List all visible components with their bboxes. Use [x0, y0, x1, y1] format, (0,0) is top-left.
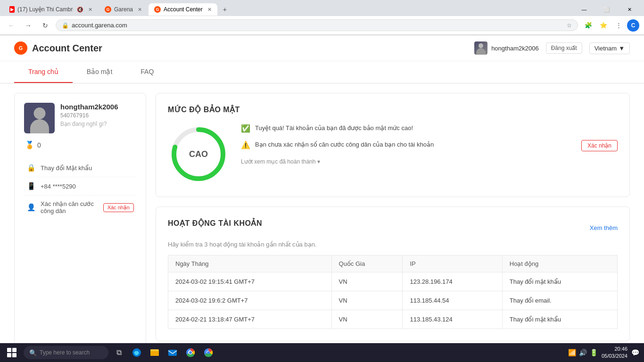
- tab-garena[interactable]: G Garena ✕: [99, 3, 148, 16]
- page: G Account Center hongtham2k2006 Đăng xuấ…: [0, 35, 644, 360]
- new-tab-button[interactable]: +: [218, 3, 231, 16]
- profile-id: 540767916: [60, 112, 136, 119]
- tab-youtube-close[interactable]: ✕: [88, 7, 92, 13]
- network-icon[interactable]: 📶: [568, 349, 576, 356]
- mute-icon[interactable]: 🔇: [77, 7, 83, 13]
- tab-garena-close[interactable]: ✕: [138, 7, 142, 13]
- cell-action: Thay đổi mật khẩu: [502, 310, 617, 329]
- security-verify-button[interactable]: Xác nhận: [581, 140, 618, 151]
- extensions-icon[interactable]: 🧩: [582, 19, 595, 32]
- verify-id-label: Xác nhận căn cước công dân: [41, 200, 99, 214]
- verify-id-badge[interactable]: Xác nhận: [103, 203, 134, 212]
- volume-icon[interactable]: 🔊: [579, 349, 587, 356]
- table-row: 2024-03-02 19:15:41 GMT+7 VN 123.28.196.…: [168, 272, 618, 291]
- tab-youtube[interactable]: ▶ (17) Luyện Thi Cambridge k 🔇 ✕: [4, 3, 98, 16]
- cell-action: Thay đổi email.: [502, 291, 617, 310]
- system-icons: 📶 🔊 🔋: [568, 349, 598, 356]
- lock-menu-icon: 🔒: [26, 164, 36, 172]
- taskbar-icons: ⧉: [108, 344, 219, 361]
- svg-rect-6: [150, 351, 159, 356]
- close-button[interactable]: ✕: [619, 3, 640, 16]
- toolbar-icons: 🧩 ⭐ ⋮ C: [582, 19, 639, 32]
- taskbar: 🔍 Type here to search ⧉: [0, 343, 644, 362]
- task-view-button[interactable]: ⧉: [110, 344, 127, 361]
- browser-profile-icon[interactable]: C: [627, 19, 639, 32]
- profile-status: Bạn đang nghĩ gì?: [60, 121, 136, 127]
- battery-icon[interactable]: 🔋: [590, 349, 598, 356]
- svg-point-15: [207, 351, 210, 354]
- chrome-icon[interactable]: [182, 344, 199, 361]
- activity-header: HOẠT ĐỘNG TÀI KHOẢN Xem thêm: [168, 219, 618, 237]
- coin-count: 0: [37, 141, 41, 149]
- menu-verify-id[interactable]: 👤 Xác nhận căn cước công dân Xác nhận: [24, 196, 136, 219]
- tab-faq[interactable]: FAQ: [126, 61, 168, 83]
- notification-icon[interactable]: 💬: [631, 349, 639, 356]
- explorer-icon[interactable]: [146, 344, 163, 361]
- logout-button[interactable]: Đăng xuất: [546, 42, 582, 54]
- security-gauge: CAO: [168, 123, 229, 185]
- svg-text:G: G: [19, 45, 23, 51]
- garena-logo: G: [14, 41, 27, 55]
- svg-rect-8: [168, 350, 177, 356]
- cell-country: VN: [331, 272, 403, 291]
- tab-home[interactable]: Trang chủ: [14, 61, 73, 83]
- lock-icon: 🔒: [62, 22, 69, 29]
- phone-menu-icon: 📱: [26, 182, 36, 190]
- back-button[interactable]: ←: [5, 19, 18, 32]
- taskbar-search-text: Type here to search: [40, 349, 90, 356]
- profile-avatar: [24, 103, 55, 133]
- maximize-button[interactable]: ⬜: [596, 3, 618, 16]
- table-row: 2024-02-21 13:18:47 GMT+7 VN 113.185.43.…: [168, 310, 618, 329]
- header-right: hongtham2k2006 Đăng xuất Vietnam ▼: [474, 41, 630, 55]
- security-success-item: ✅ Tuyệt quá! Tài khoản của bạn đã được b…: [241, 123, 618, 133]
- clock-time: 20:46: [602, 346, 627, 353]
- cell-action: Thay đổi mật khẩu: [502, 272, 617, 291]
- warning-icon: ⚠️: [241, 140, 250, 149]
- profile-header: hongtham2k2006 540767916 Bạn đang nghĩ g…: [24, 103, 136, 133]
- success-icon: ✅: [241, 124, 250, 133]
- security-warning-text: Bạn chưa xác nhận số căn cước công dân c…: [255, 140, 577, 149]
- url-bar[interactable]: 🔒 account.garena.com ☆: [56, 19, 578, 31]
- country-selector[interactable]: Vietnam ▼: [589, 42, 630, 54]
- menu-phone[interactable]: 📱 +84 ****5290: [24, 177, 136, 196]
- security-warning-item: ⚠️ Bạn chưa xác nhận số căn cước công dâ…: [241, 140, 618, 151]
- mail-icon[interactable]: [164, 344, 181, 361]
- table-row: 2024-03-02 19:6:2 GMT+7 VN 113.185.44.54…: [168, 291, 618, 310]
- security-title: MỨC ĐỘ BẢO MẬT: [168, 105, 618, 114]
- cell-date: 2024-02-21 13:18:47 GMT+7: [168, 310, 332, 329]
- tab-account-title: Account Center: [164, 6, 203, 13]
- site-header: G Account Center hongtham2k2006 Đăng xuấ…: [0, 35, 644, 61]
- security-info: ✅ Tuyệt quá! Tài khoản của bạn đã được b…: [241, 123, 618, 165]
- cell-ip: 123.28.196.174: [403, 272, 502, 291]
- profile-card: hongtham2k2006 540767916 Bạn đang nghĩ g…: [14, 93, 146, 346]
- tab-account[interactable]: G Account Center ✕: [149, 3, 217, 16]
- security-card: MỨC ĐỘ BẢO MẬT CAO: [156, 93, 630, 197]
- garena-logo-svg: G: [16, 43, 26, 53]
- phone-label: +84 ****5290: [41, 183, 134, 190]
- tab-account-close[interactable]: ✕: [207, 7, 212, 13]
- start-button[interactable]: [0, 343, 24, 362]
- edge-browser-icon[interactable]: [128, 344, 145, 361]
- taskbar-search[interactable]: 🔍 Type here to search: [24, 346, 108, 359]
- activity-title: HOẠT ĐỘNG TÀI KHOẢN: [168, 219, 262, 228]
- bookmark-icon[interactable]: ⭐: [597, 19, 610, 32]
- youtube-icon: ▶: [9, 6, 15, 13]
- nav-tabs: Trang chủ Bảo mật FAQ: [0, 61, 644, 83]
- tab-security[interactable]: Bảo mật: [73, 61, 127, 83]
- activity-view-more[interactable]: Xem thêm: [590, 224, 618, 231]
- menu-icon[interactable]: ⋮: [612, 19, 625, 32]
- chrome2-icon[interactable]: [200, 344, 217, 361]
- reload-button[interactable]: ↻: [39, 19, 52, 32]
- star-icon[interactable]: ☆: [567, 22, 572, 29]
- view-more-completed[interactable]: Lướt xem mục đã hoàn thành ▾: [241, 158, 618, 165]
- menu-change-password[interactable]: 🔒 Thay đổi Mật khẩu: [24, 159, 136, 177]
- header-username: hongtham2k2006: [491, 45, 538, 52]
- tab-garena-title: Garena: [114, 6, 133, 13]
- table-header-row: Ngày Tháng Quốc Gia IP Hoạt động: [168, 255, 618, 272]
- minimize-button[interactable]: —: [573, 3, 595, 16]
- activity-table: Ngày Tháng Quốc Gia IP Hoạt động 2024-03…: [168, 255, 618, 329]
- url-text: account.garena.com: [72, 22, 564, 29]
- clock[interactable]: 20:46 05/03/2024: [602, 346, 627, 360]
- profile-info: hongtham2k2006 540767916 Bạn đang nghĩ g…: [60, 103, 136, 127]
- forward-button[interactable]: →: [22, 19, 35, 32]
